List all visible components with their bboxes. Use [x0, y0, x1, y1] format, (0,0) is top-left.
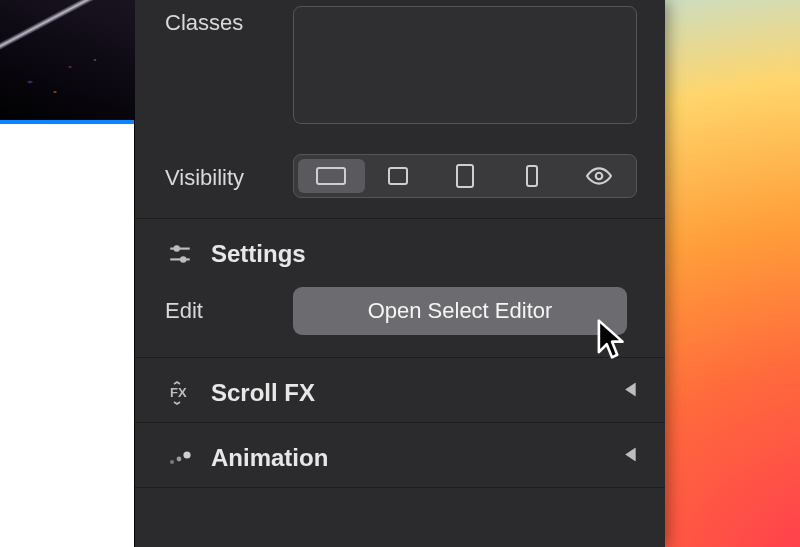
- visibility-tablet[interactable]: [432, 159, 499, 193]
- sliders-icon: [165, 239, 195, 269]
- visibility-desktop[interactable]: [298, 159, 365, 193]
- settings-section: Settings Edit Open Select Editor: [135, 219, 665, 357]
- svg-text:FX: FX: [170, 385, 187, 400]
- desktop-icon: [316, 167, 346, 185]
- eye-icon: [586, 163, 612, 189]
- visibility-segmented-control: [293, 154, 637, 198]
- expand-toggle[interactable]: [625, 444, 637, 467]
- scroll-fx-section[interactable]: FX Scroll FX: [135, 357, 665, 422]
- svg-point-6: [170, 460, 174, 464]
- svg-point-8: [183, 451, 190, 458]
- visibility-phone[interactable]: [498, 159, 565, 193]
- canvas-thumbnail[interactable]: [0, 0, 135, 120]
- classes-input[interactable]: [293, 6, 637, 124]
- visibility-label: Visibility: [165, 161, 275, 191]
- svg-point-2: [175, 246, 179, 250]
- svg-point-4: [181, 257, 185, 261]
- edit-label: Edit: [165, 298, 275, 324]
- svg-point-0: [595, 173, 602, 180]
- animation-section[interactable]: Animation: [135, 422, 665, 487]
- settings-title: Settings: [211, 240, 306, 268]
- laptop-icon: [388, 167, 408, 185]
- expand-toggle[interactable]: [625, 379, 637, 402]
- classes-label: Classes: [165, 6, 275, 36]
- edit-row: Edit Open Select Editor: [135, 283, 665, 357]
- visibility-laptop[interactable]: [365, 159, 432, 193]
- canvas-sliver: [0, 0, 135, 547]
- open-select-editor-button[interactable]: Open Select Editor: [293, 287, 627, 335]
- svg-point-7: [177, 457, 182, 462]
- phone-icon: [526, 165, 538, 187]
- classes-row: Classes: [135, 0, 665, 130]
- visibility-row: Visibility: [135, 148, 665, 204]
- selection-highlight: [0, 120, 134, 124]
- scroll-fx-title: Scroll FX: [211, 379, 315, 407]
- tablet-icon: [456, 164, 474, 188]
- scroll-fx-icon: FX: [165, 378, 195, 408]
- animation-title: Animation: [211, 444, 328, 472]
- inspector-panel: Classes Visibility: [135, 0, 665, 547]
- settings-header: Settings: [135, 219, 665, 283]
- custom-attributes-section[interactable]: [135, 487, 665, 505]
- visibility-preview[interactable]: [565, 159, 632, 193]
- animation-icon: [165, 443, 195, 473]
- app-window: Classes Visibility: [0, 0, 665, 547]
